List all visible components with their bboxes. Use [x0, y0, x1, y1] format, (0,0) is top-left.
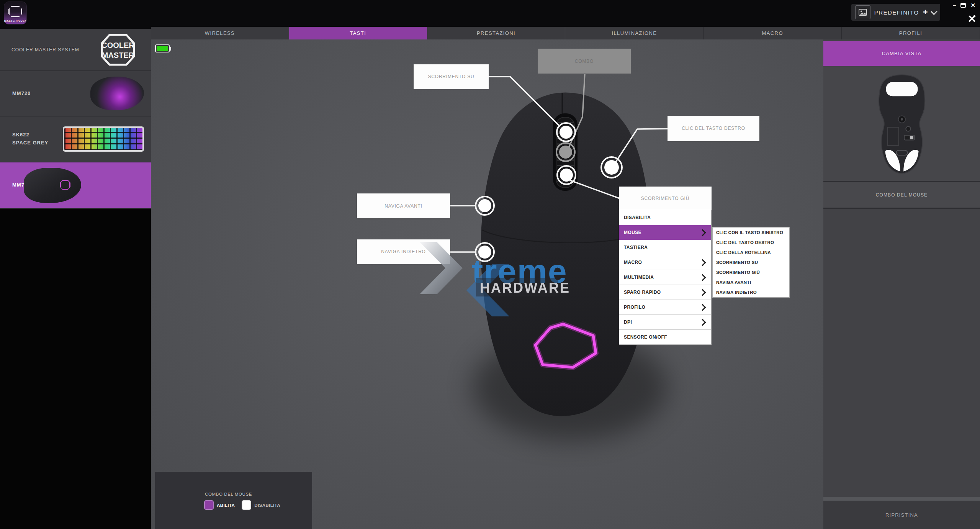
anchor-forward[interactable]	[476, 197, 494, 215]
svg-text:COOLER: COOLER	[101, 41, 134, 49]
mouse-bottom-graphic	[862, 72, 942, 176]
callout-scroll-up[interactable]: SCORRIMENTO SU	[414, 64, 489, 89]
scroll-wheel[interactable]	[556, 117, 574, 188]
menu-item-sensore-onoff[interactable]: SENSORE ON/OFF	[619, 330, 711, 344]
cooler-master-logo-icon: COOLER MASTER	[100, 33, 136, 68]
key-mapping-canvas: COMBO SCORRIMENTO SU CLIC DEL TASTO DEST…	[151, 39, 823, 529]
mm731-mouse-image	[24, 168, 81, 203]
submenu-item-scroll-up[interactable]: SCORRIMENTO SU	[713, 257, 789, 267]
callout-combo: COMBO	[538, 49, 631, 74]
tab-profili[interactable]: PROFILI	[842, 27, 980, 39]
submenu-chevron-icon	[699, 304, 706, 311]
submenu-chevron-icon	[699, 319, 706, 326]
masterplus-app: MASTERPLUS+ PREDEFINITO + – ✕	[0, 0, 980, 529]
submenu-item-left-click[interactable]: CLIC CON IL TASTO SINISTRO	[713, 228, 789, 237]
mm720-mouse-image	[90, 77, 144, 110]
reset-button[interactable]: RIPRISTINA	[823, 501, 980, 529]
callout-right-click[interactable]: CLIC DEL TASTO DESTRO	[668, 116, 759, 141]
enable-checkbox[interactable]	[204, 500, 214, 510]
submenu-chevron-icon	[699, 259, 706, 266]
submenu-item-scroll-down[interactable]: SCORRIMENTO GIÙ	[713, 267, 789, 277]
chevron-down-icon[interactable]	[931, 8, 937, 15]
menu-item-multimedia[interactable]: MULTIMEDIA	[619, 270, 711, 285]
view-panel: CAMBIA VISTA COMBO DEL MOUSE RIPRISTINA	[823, 39, 980, 529]
submenu-chevron-icon	[699, 289, 706, 296]
menu-item-mouse[interactable]: MOUSE	[619, 225, 711, 240]
battery-indicator	[155, 44, 170, 52]
battery-level-full	[157, 46, 168, 51]
add-profile-button[interactable]: +	[923, 8, 928, 16]
sidebar-item-sk622[interactable]: SK622 SPACE GREY	[0, 116, 151, 162]
titlebar: MASTERPLUS+ PREDEFINITO + – ✕	[0, 0, 980, 29]
tab-tasti[interactable]: TASTI	[289, 27, 427, 39]
menu-item-sparo-rapido[interactable]: SPARO RAPIDO	[619, 285, 711, 300]
cm-logo-glow	[535, 324, 596, 367]
menu-item-dpi[interactable]: DPI	[619, 315, 711, 330]
submenu-chevron-icon	[699, 274, 706, 281]
close-button[interactable]: ✕	[970, 2, 975, 8]
submenu-item-forward[interactable]: NAVIGA AVANTI	[713, 277, 789, 287]
tab-wireless[interactable]: WIRELESS	[151, 27, 289, 39]
disable-label: DISABILITA	[254, 503, 280, 508]
app-name: MASTERPLUS+	[4, 20, 26, 22]
mouse-submenu: CLIC CON IL TASTO SINISTRO CLIC DEL TAST…	[712, 227, 790, 298]
anchor-back[interactable]	[476, 243, 494, 261]
anchor-scroll-down[interactable]	[557, 166, 576, 184]
assign-dropdown: SCORRIMENTO GIÙ DISABILITA MOUSE TASTIER…	[619, 187, 712, 345]
profile-image-button[interactable]	[855, 5, 870, 19]
maximize-button[interactable]	[960, 3, 966, 8]
tab-illuminazione[interactable]: ILLUMINAZIONE	[565, 27, 704, 39]
svg-text:MASTER: MASTER	[102, 51, 134, 59]
change-view-button[interactable]: CAMBIA VISTA	[823, 41, 980, 66]
tab-prestazioni[interactable]: PRESTAZIONI	[427, 27, 566, 39]
svg-text:HARDWARE: HARDWARE	[480, 280, 570, 296]
sidebar-item-mm731[interactable]: MM731	[0, 162, 151, 209]
profile-selector[interactable]: PREDEFINITO +	[851, 4, 940, 21]
assign-dropdown-header: SCORRIMENTO GIÙ	[619, 187, 712, 210]
combo-panel-title: COMBO DEL MOUSE	[205, 492, 252, 496]
menu-item-disabilita[interactable]: DISABILITA	[619, 210, 711, 225]
menu-item-macro[interactable]: MACRO	[619, 255, 711, 270]
submenu-chevron-icon	[699, 229, 706, 236]
image-icon	[859, 9, 867, 16]
device-name: SK622 SPACE GREY	[0, 131, 48, 147]
tab-macro[interactable]: MACRO	[704, 27, 842, 39]
anchor-combo	[556, 143, 575, 161]
combo-section-label: COMBO DEL MOUSE	[823, 182, 980, 209]
submenu-item-middle-click[interactable]: CLIC DELLA ROTELLINA	[713, 247, 789, 257]
sidebar-item-system[interactable]: COOLER MASTER SYSTEM COOLER MASTER	[0, 29, 151, 71]
button-anchors	[476, 123, 622, 261]
device-name: MM720	[0, 90, 31, 98]
hexagon-logo-icon	[8, 6, 22, 17]
enable-label: ABILITA	[217, 503, 235, 508]
submenu-item-right-click[interactable]: CLIC DEL TASTO DESTRO	[713, 237, 789, 247]
panel-divider	[823, 497, 980, 501]
profile-name: PREDEFINITO	[874, 9, 919, 16]
anchor-right-click[interactable]	[601, 157, 622, 178]
callout-forward[interactable]: NAVIGA AVANTI	[357, 193, 450, 218]
disable-checkbox[interactable]	[242, 500, 251, 510]
svg-text:treme: treme	[472, 252, 568, 290]
tools-icon[interactable]	[968, 15, 976, 23]
menu-item-tastiera[interactable]: TASTIERA	[619, 240, 711, 255]
sidebar-item-mm720[interactable]: MM720	[0, 71, 151, 116]
window-controls: – ✕	[953, 2, 975, 8]
callout-back[interactable]: NAVIGA INDIETRO	[357, 239, 450, 264]
system-label: COOLER MASTER SYSTEM	[0, 47, 79, 52]
submenu-item-back[interactable]: NAVIGA INDIETRO	[713, 287, 789, 297]
device-sidebar: COOLER MASTER SYSTEM COOLER MASTER MM720…	[0, 29, 151, 529]
minimize-button[interactable]: –	[953, 2, 956, 8]
sk622-keyboard-image	[63, 126, 144, 152]
combo-settings-panel: COMBO DEL MOUSE ABILITA DISABILITA	[155, 472, 312, 529]
mouse-bottom-view	[823, 67, 980, 182]
menu-item-profilo[interactable]: PROFILO	[619, 300, 711, 315]
anchor-scroll-up[interactable]	[557, 123, 575, 141]
masterplus-logo-icon: MASTERPLUS+	[4, 2, 27, 25]
tab-bar: WIRELESS TASTI PRESTAZIONI ILLUMINAZIONE…	[151, 27, 980, 40]
